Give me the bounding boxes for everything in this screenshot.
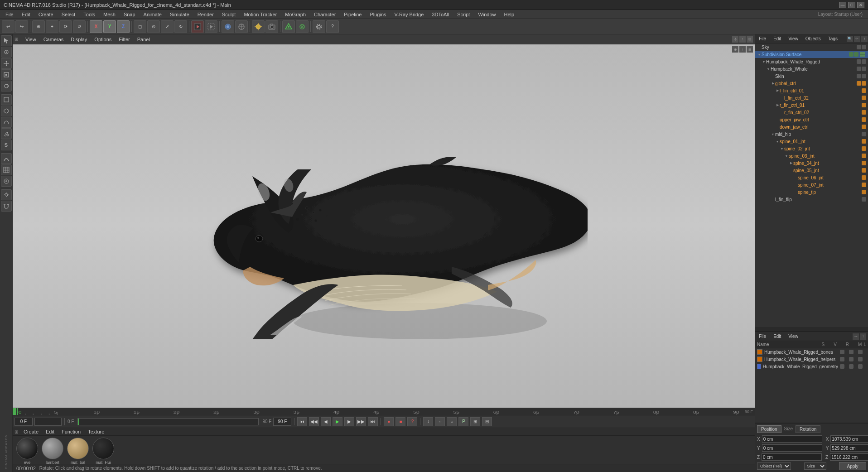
render-region[interactable] [205, 20, 217, 33]
obj-down-jaw[interactable]: down_jaw_ctrl [755, 123, 868, 130]
mat-panel-tab-edit[interactable]: Edit [772, 333, 783, 340]
s07-dot[interactable] [862, 183, 866, 187]
s01-dot[interactable] [862, 139, 866, 144]
display-wire[interactable] [235, 20, 248, 33]
menu-plugins[interactable]: Plugins [366, 11, 390, 18]
mat-panel-tab-file[interactable]: File [757, 333, 768, 340]
z-axis-button[interactable]: Z [117, 20, 130, 33]
l-fin-01-expand-icon[interactable]: ▶ [775, 88, 780, 93]
mat-row-bones[interactable]: Humpback_Whale_Rigged_bones [755, 348, 868, 356]
obj-skin[interactable]: Skin [755, 72, 868, 80]
obj-scrollbar[interactable] [755, 328, 868, 331]
mg-icon3[interactable] [858, 364, 863, 369]
go-end-button[interactable]: ⏭ [368, 417, 378, 426]
key-psd-button[interactable]: ⊞ [470, 417, 480, 426]
obj-r-fin-ctrl-02[interactable]: r_fin_ctrl_02 [755, 109, 868, 116]
redo-button[interactable]: ↪ [15, 20, 28, 33]
mg-icon1[interactable] [840, 364, 844, 369]
coord-size-x-input[interactable] [830, 435, 868, 443]
prev-key-button[interactable]: ◀◀ [309, 417, 319, 426]
mb-icon2[interactable] [849, 350, 854, 354]
next-key-button[interactable]: ▶▶ [356, 417, 366, 426]
subdivision-expand-icon[interactable]: ▼ [757, 52, 762, 57]
timeline[interactable]: 0 5 10 15 20 25 30 [13, 408, 755, 415]
menu-motion-tracker[interactable]: Motion Tracker [240, 11, 280, 18]
obj-l-fin-flip[interactable]: l_fin_flip [755, 196, 868, 203]
menu-mesh[interactable]: Mesh [100, 11, 119, 18]
menu-help[interactable]: Help [501, 11, 518, 18]
mh-icon3[interactable] [858, 357, 863, 361]
key-rotate-button[interactable]: ○ [447, 417, 457, 426]
mh-dot[interactable] [862, 132, 866, 136]
obj-spine-05[interactable]: spine_05_jnt [755, 167, 868, 174]
menu-vray[interactable]: V-Ray Bridge [391, 11, 428, 18]
stop-record-button[interactable]: ■ [395, 417, 405, 426]
obj-tab-objects[interactable]: Objects [804, 35, 823, 42]
left-tool-paint[interactable] [1, 128, 12, 139]
current-frame-input[interactable] [14, 418, 33, 426]
menu-create[interactable]: Create [35, 11, 57, 18]
mat-row-geometry[interactable]: Humpback_Whale_Rigged_geometry [755, 363, 868, 370]
record-button[interactable]: ● [384, 417, 394, 426]
minimize-button[interactable]: — [839, 2, 846, 8]
coord-object-dropdown[interactable]: Object (Rel) World Parent [757, 462, 791, 470]
left-tool-polygon[interactable] [1, 106, 12, 116]
viewport-menu-cameras[interactable]: Cameras [42, 36, 66, 43]
spine-04-expand-icon[interactable]: ▶ [789, 161, 793, 165]
obj-tab-file[interactable]: File [757, 35, 768, 42]
menu-render[interactable]: Render [194, 11, 217, 18]
spine-01-expand-icon[interactable]: ▼ [775, 139, 780, 144]
w-render-dot[interactable] [862, 67, 866, 71]
s03-dot[interactable] [862, 154, 866, 158]
obj-search-icon[interactable]: 🔍 [847, 36, 853, 42]
obj-spine-07[interactable]: spine_07_jnt [755, 181, 868, 188]
whale-expand-icon[interactable]: ▼ [766, 67, 771, 71]
coord-size-y-input[interactable] [830, 444, 868, 452]
obj-tab-edit[interactable]: Edit [772, 35, 783, 42]
rf1-dot[interactable] [862, 103, 866, 107]
skin-render-dot[interactable] [862, 74, 866, 78]
spine-02-expand-icon[interactable]: ▼ [780, 146, 784, 151]
help-btn[interactable]: ? [326, 20, 339, 33]
frame-rate-input[interactable] [34, 418, 62, 426]
record-settings-button[interactable]: ? [407, 417, 417, 426]
obj-spine-04[interactable]: ▶ spine_04_jnt [755, 159, 868, 167]
left-tool-scale[interactable] [1, 69, 12, 80]
menu-mograph[interactable]: MoGraph [281, 11, 309, 18]
left-tool-sculpt[interactable] [1, 153, 12, 164]
obj-sky[interactable]: Sky [755, 43, 868, 51]
x-axis-button[interactable]: X [90, 20, 102, 33]
add-button[interactable]: + [46, 20, 58, 33]
mat-menu-function[interactable]: Function [60, 428, 82, 435]
material-mat-hui[interactable]: mat_Hui [92, 438, 114, 465]
mid-hip-expand-icon[interactable]: ▼ [771, 132, 775, 136]
sky-visible-dot[interactable] [857, 45, 861, 49]
maximize-button[interactable]: □ [848, 2, 855, 8]
spotlight-btn[interactable] [252, 20, 265, 33]
obj-upper-jaw[interactable]: upper_jaw_ctrl [755, 116, 868, 123]
whale-rigged-expand-icon[interactable]: ▼ [762, 59, 766, 64]
viewport-menu-panel[interactable]: Panel [135, 36, 152, 43]
render-picture-viewer[interactable] [191, 20, 204, 33]
left-tool-s[interactable]: S [1, 140, 12, 150]
obj-whale[interactable]: ▼ Humpback_Whale [755, 65, 868, 72]
wr-visible-dot[interactable] [857, 59, 861, 64]
coord-tab-rotation[interactable]: Rotation [796, 425, 820, 433]
left-tool-view[interactable] [1, 47, 12, 58]
menu-simulate[interactable]: Simulate [166, 11, 193, 18]
uj-dot[interactable] [862, 117, 866, 122]
refresh-button[interactable]: ⟳ [59, 20, 72, 33]
menu-select[interactable]: Select [58, 11, 79, 18]
left-tool-rotate[interactable] [1, 81, 12, 92]
menu-character[interactable]: Character [310, 11, 339, 18]
mh-icon1[interactable] [840, 357, 844, 361]
mat-panel-btn1[interactable]: ⊹ [853, 333, 859, 340]
left-tool-weigh[interactable] [1, 176, 12, 187]
viewport-fit-icon[interactable]: ↑ [739, 46, 746, 53]
menu-pipeline[interactable]: Pipeline [340, 11, 365, 18]
key-list-button[interactable]: ⊟ [482, 417, 492, 426]
lf2-dot[interactable] [862, 96, 866, 100]
move-tool-button[interactable]: ⊙ [147, 20, 160, 33]
s06-dot[interactable] [862, 175, 866, 180]
global-ctrl-expand-icon[interactable]: ▶ [771, 81, 775, 86]
